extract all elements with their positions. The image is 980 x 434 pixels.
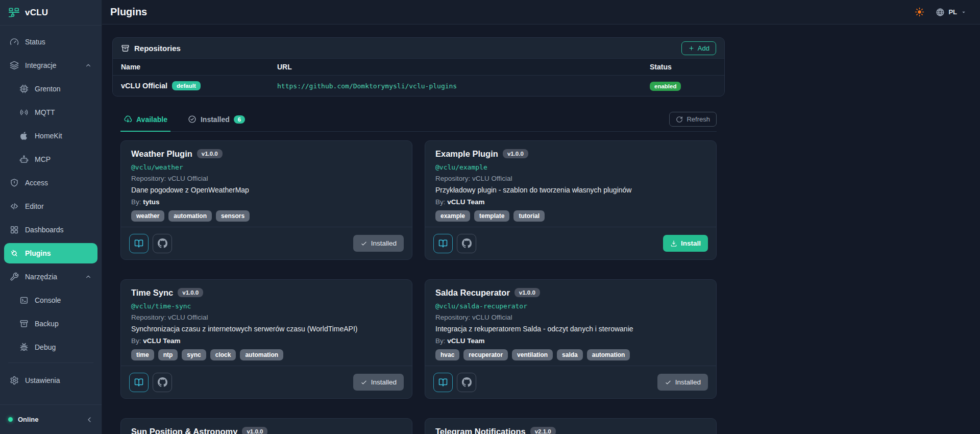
plugin-description: Przykładowy plugin - szablon do tworzeni… xyxy=(435,186,706,194)
tag-recuperator: recuperator xyxy=(463,349,508,360)
sidebar-item-label: HomeKit xyxy=(35,132,62,140)
plugin-title: Sun Position & Astronomy xyxy=(131,427,237,434)
sidebar-item-mcp[interactable]: MCP xyxy=(4,149,97,170)
column-status: Status xyxy=(650,63,724,71)
main-area: Plugins PL Repositories Add xyxy=(102,0,980,434)
sidebar-item-access[interactable]: Access xyxy=(4,173,97,193)
plugin-title: Salda Recuperator xyxy=(435,288,510,298)
sidebar-item-label: Plugins xyxy=(25,249,51,257)
chevron-up-icon xyxy=(85,273,92,280)
tab-installed[interactable]: Installed 6 xyxy=(185,107,248,131)
github-button[interactable] xyxy=(457,373,476,392)
check-icon xyxy=(665,379,672,386)
sidebar-item-debug[interactable]: Debug xyxy=(4,337,97,357)
check-circle-icon xyxy=(188,115,197,124)
plugin-repository-line: Repository: vCLU Official xyxy=(131,175,402,182)
book-icon xyxy=(134,378,143,387)
sidebar-item-ustawienia[interactable]: Ustawienia xyxy=(4,370,97,391)
sidebar-item-label: MCP xyxy=(35,155,51,163)
github-button[interactable] xyxy=(153,373,172,392)
check-icon xyxy=(360,240,368,247)
sidebar-item-label: Access xyxy=(25,179,48,187)
vclu-logo-icon xyxy=(8,7,20,18)
repository-url[interactable]: https://github.com/Domktorymysli/vclu-pl… xyxy=(277,82,457,90)
plugin-repository-line: Repository: vCLU Official xyxy=(435,314,706,321)
github-icon xyxy=(462,377,472,387)
tab-available[interactable]: Available xyxy=(120,107,170,131)
topbar: Plugins PL xyxy=(102,0,980,25)
sidebar-item-console[interactable]: Console xyxy=(4,290,97,310)
refresh-button[interactable]: Refresh xyxy=(669,112,717,127)
enabled-badge: enabled xyxy=(650,82,681,91)
plugin-description: Synchronizacja czasu z internetowych ser… xyxy=(131,325,402,333)
book-icon xyxy=(134,239,143,248)
sidebar-item-plugins[interactable]: Plugins xyxy=(4,243,97,263)
tag-ventilation: ventilation xyxy=(512,349,553,360)
shield-icon xyxy=(10,178,19,187)
sidebar-item-label: Editor xyxy=(25,202,44,210)
sidebar-item-label: Grenton xyxy=(35,85,61,93)
sidebar-item-label: Dashboards xyxy=(25,226,64,234)
plugin-version-badge: v1.0.0 xyxy=(178,288,203,297)
sidebar-item-grenton[interactable]: Grenton xyxy=(4,79,97,99)
add-repository-button[interactable]: Add xyxy=(681,41,716,55)
repositories-title: Repositories xyxy=(121,44,181,53)
installed-button[interactable]: Installed xyxy=(353,374,404,391)
docs-button[interactable] xyxy=(433,373,453,392)
check-icon xyxy=(360,379,368,386)
app-name: vCLU xyxy=(25,8,48,18)
sidebar-item-homekit[interactable]: HomeKit xyxy=(4,126,97,146)
apple-icon xyxy=(19,131,29,140)
tag-tutorial: tutorial xyxy=(513,210,545,222)
sidebar-item-backup[interactable]: Backup xyxy=(4,314,97,334)
installed-button[interactable]: Installed xyxy=(657,374,708,391)
language-selector[interactable]: PL xyxy=(936,8,967,17)
column-url: URL xyxy=(277,63,650,71)
terminal-icon xyxy=(19,296,29,305)
sidebar-item-dashboards[interactable]: Dashboards xyxy=(4,220,97,240)
layers-icon xyxy=(10,61,19,70)
sidebar-item-editor[interactable]: Editor xyxy=(4,196,97,216)
logo: vCLU xyxy=(0,0,102,26)
plugin-package-name: @vclu/time-sync xyxy=(131,302,402,310)
collapse-sidebar-button[interactable] xyxy=(85,416,93,424)
sidebar-item-integracje[interactable]: Integracje xyxy=(4,55,97,76)
repository-row[interactable]: vCLU Official default https://github.com… xyxy=(113,76,724,96)
plugin-tags: hvacrecuperatorventilationsaldaautomatio… xyxy=(435,349,706,360)
plugin-author-line: By: vCLU Team xyxy=(131,337,402,345)
tag-time: time xyxy=(131,349,154,360)
plugin-title: Example Plugin xyxy=(435,149,498,159)
install-button[interactable]: Install xyxy=(663,235,708,252)
plugins-section: Available Installed 6 Refresh Weather Pl… xyxy=(120,107,717,434)
sidebar-item-label: MQTT xyxy=(35,108,55,116)
sidebar: vCLU StatusIntegracjeGrentonMQTTHomeKitM… xyxy=(0,0,102,434)
sidebar-item-status[interactable]: Status xyxy=(4,32,97,52)
sidebar-item-label: Backup xyxy=(35,320,59,328)
plugin-card-weather-plugin: Weather Plugin v1.0.0 @vclu/weather Repo… xyxy=(120,140,412,260)
plugin-package-name: @vclu/weather xyxy=(131,163,402,171)
sidebar-footer: Online xyxy=(0,404,102,434)
tag-salda: salda xyxy=(557,349,583,360)
book-icon xyxy=(438,378,448,387)
plugin-tags: exampletemplatetutorial xyxy=(435,210,706,222)
github-button[interactable] xyxy=(153,234,172,253)
docs-button[interactable] xyxy=(433,234,453,253)
installed-button[interactable]: Installed xyxy=(353,235,404,252)
tag-ntp: ntp xyxy=(158,349,178,360)
docs-button[interactable] xyxy=(129,234,149,253)
plugin-version-badge: v1.0.0 xyxy=(503,149,528,158)
content: Repositories Add Name URL Status vCLU Of… xyxy=(102,25,980,434)
docs-button[interactable] xyxy=(129,373,149,392)
github-button[interactable] xyxy=(457,234,476,253)
sidebar-item-narz-dzia[interactable]: Narzędzia xyxy=(4,267,97,287)
sidebar-item-label: Integracje xyxy=(25,61,56,69)
theme-toggle-sun-icon[interactable] xyxy=(915,7,924,17)
sidebar-item-mqtt[interactable]: MQTT xyxy=(4,102,97,123)
repository-name: vCLU Official xyxy=(121,82,167,90)
sidebar-item-label: Ustawienia xyxy=(25,376,60,384)
github-icon xyxy=(158,377,167,387)
topbar-actions: PL xyxy=(915,7,967,17)
archive-box-icon xyxy=(121,44,130,53)
archive-icon xyxy=(19,319,29,328)
plugin-package-name: @vclu/salda-recuperator xyxy=(435,302,706,310)
